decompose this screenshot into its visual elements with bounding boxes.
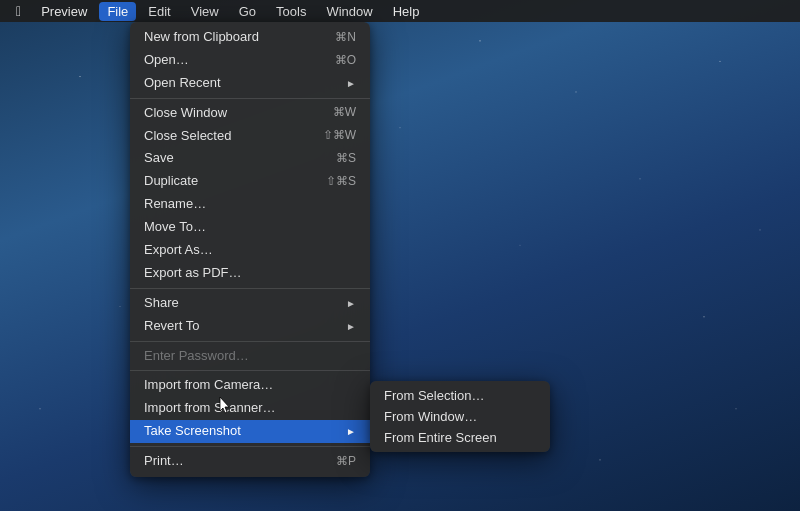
menubar-item-preview[interactable]: Preview (33, 2, 95, 21)
shortcut-close-selected: ⇧⌘W (323, 128, 356, 144)
menu-item-take-screenshot[interactable]: Take Screenshot ► (130, 420, 370, 443)
menubar-item-edit[interactable]: Edit (140, 2, 178, 21)
file-dropdown-menu: New from Clipboard ⌘N Open… ⌘O Open Rece… (130, 22, 370, 477)
menu-item-rename[interactable]: Rename… (130, 193, 370, 216)
arrow-open-recent: ► (346, 77, 356, 90)
menubar-item-tools[interactable]: Tools (268, 2, 314, 21)
menu-item-move-to[interactable]: Move To… (130, 216, 370, 239)
menu-item-export-as[interactable]: Export As… (130, 239, 370, 262)
submenu-item-from-selection[interactable]: From Selection… (370, 385, 550, 406)
menu-item-close-window[interactable]: Close Window ⌘W (130, 102, 370, 125)
menubar-item-go[interactable]: Go (231, 2, 264, 21)
menubar-item-view[interactable]: View (183, 2, 227, 21)
menu-item-new-from-clipboard[interactable]: New from Clipboard ⌘N (130, 26, 370, 49)
shortcut-print: ⌘P (336, 454, 356, 470)
menubar-item-window[interactable]: Window (318, 2, 380, 21)
separator-1 (130, 98, 370, 99)
arrow-share: ► (346, 297, 356, 310)
submenu-item-from-window[interactable]: From Window… (370, 406, 550, 427)
separator-3 (130, 341, 370, 342)
shortcut-new: ⌘N (335, 30, 356, 46)
shortcut-close-window: ⌘W (333, 105, 356, 121)
menu-item-revert-to[interactable]: Revert To ► (130, 315, 370, 338)
separator-4 (130, 370, 370, 371)
menu-item-import-from-camera[interactable]: Import from Camera… (130, 374, 370, 397)
menu-item-print[interactable]: Print… ⌘P (130, 450, 370, 473)
menubar-item-file[interactable]: File (99, 2, 136, 21)
menu-item-open-recent[interactable]: Open Recent ► (130, 72, 370, 95)
shortcut-duplicate: ⇧⌘S (326, 174, 356, 190)
menu-item-share[interactable]: Share ► (130, 292, 370, 315)
menu-item-import-from-scanner[interactable]: Import from Scanner… (130, 397, 370, 420)
menu-item-duplicate[interactable]: Duplicate ⇧⌘S (130, 170, 370, 193)
menubar-item-help[interactable]: Help (385, 2, 428, 21)
take-screenshot-submenu: From Selection… From Window… From Entire… (370, 381, 550, 452)
separator-5 (130, 446, 370, 447)
menu-item-save[interactable]: Save ⌘S (130, 147, 370, 170)
apple-logo[interactable]:  (8, 1, 29, 21)
menu-bar:  Preview File Edit View Go Tools Window… (0, 0, 800, 22)
menu-item-close-selected[interactable]: Close Selected ⇧⌘W (130, 125, 370, 148)
menu-item-open[interactable]: Open… ⌘O (130, 49, 370, 72)
separator-2 (130, 288, 370, 289)
submenu-item-from-entire-screen[interactable]: From Entire Screen (370, 427, 550, 448)
menu-item-export-as-pdf[interactable]: Export as PDF… (130, 262, 370, 285)
shortcut-save: ⌘S (336, 151, 356, 167)
shortcut-open: ⌘O (335, 53, 356, 69)
arrow-take-screenshot: ► (346, 425, 356, 438)
menu-item-enter-password[interactable]: Enter Password… (130, 345, 370, 368)
arrow-revert-to: ► (346, 320, 356, 333)
